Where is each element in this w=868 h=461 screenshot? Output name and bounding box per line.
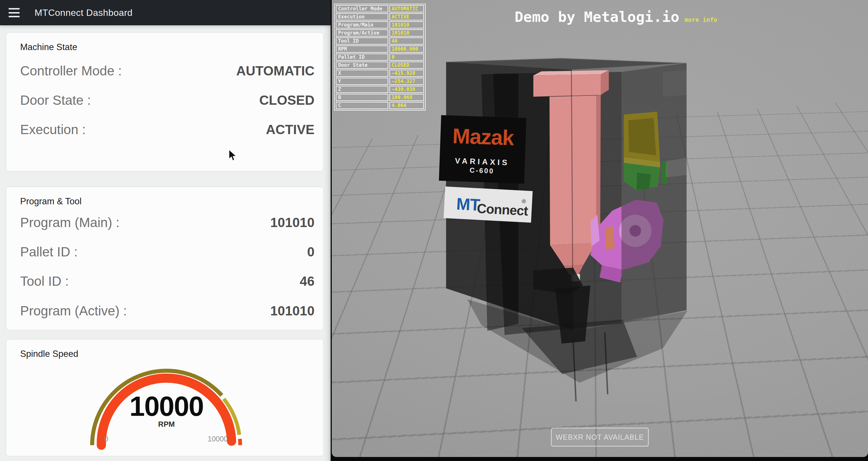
table-row: X−415.928 xyxy=(336,70,424,77)
demo-title: Demo by Metalogi.io xyxy=(515,9,679,25)
status-key: Pallet ID xyxy=(336,54,388,61)
table-row: Door StateCLOSED xyxy=(336,62,424,69)
door-state-row: Door State : CLOSED xyxy=(20,92,314,108)
spindle-speed-card: Spindle Speed 10000 RPM 0 10000 xyxy=(6,339,324,456)
mtconnect-reg-mark: ® xyxy=(522,198,526,205)
row-label: Program (Main) : xyxy=(20,215,120,230)
gauge-min-label: 0 xyxy=(104,435,108,443)
row-value: AUTOMATIC xyxy=(236,63,314,78)
status-value: 4.864 xyxy=(390,102,424,109)
row-label: Program (Active) : xyxy=(20,303,127,319)
status-key: B xyxy=(336,94,388,101)
gauge-max-label: 10000 xyxy=(208,435,228,443)
execution-row: Execution : ACTIVE xyxy=(20,122,314,137)
table-row: Pallet ID0 xyxy=(336,54,424,61)
table-row: C4.864 xyxy=(336,102,424,109)
status-value: AUTOMATIC xyxy=(390,5,424,12)
status-value: 0 xyxy=(390,54,424,61)
program-active-row: Program (Active) : 101010 xyxy=(20,303,314,319)
gauge-unit: RPM xyxy=(79,420,254,429)
card-title: Program & Tool xyxy=(20,196,82,207)
status-key: RPM xyxy=(336,45,388,53)
machine-3d-viewport[interactable]: Mazak VARIAXIS C-600 MT Connect ® Contro… xyxy=(332,0,868,457)
mazak-brand-text: Mazak xyxy=(452,124,515,150)
status-key: Program/Active xyxy=(336,29,388,37)
table-row: Controller ModeAUTOMATIC xyxy=(336,5,424,12)
mazak-logo-plate: Mazak VARIAXIS C-600 xyxy=(439,115,526,184)
row-value: CLOSED xyxy=(259,92,314,108)
table-row: Program/Main101010 xyxy=(336,21,424,29)
row-value: 46 xyxy=(300,273,314,289)
table-row: RPM10000.000 xyxy=(336,45,424,53)
row-value: 101010 xyxy=(271,215,315,230)
status-key: Y xyxy=(336,78,388,85)
table-row: Y−254.327 xyxy=(336,78,424,85)
status-key: C xyxy=(336,102,388,109)
row-value: 0 xyxy=(307,244,314,260)
status-key: Z xyxy=(336,86,388,93)
app-title: MTConnect Dashboard xyxy=(35,7,132,18)
status-key: Execution xyxy=(336,13,388,21)
dashboard-pane: MTConnect Dashboard Machine State Contro… xyxy=(0,0,331,461)
status-value: 101010 xyxy=(390,29,424,37)
gauge-value: 10000 xyxy=(79,391,254,422)
status-key: X xyxy=(336,70,388,77)
webxr-button[interactable]: WEBXR NOT AVAILABLE xyxy=(551,428,649,447)
more-info-link[interactable]: more info xyxy=(685,17,717,23)
status-value: 101010 xyxy=(390,21,424,29)
demo-title-block: Demo by Metalogi.io more info xyxy=(515,9,717,25)
next-card-sliver xyxy=(6,460,324,461)
machine-state-card: Machine State Controller Mode : AUTOMATI… xyxy=(6,32,324,171)
status-value: 46 xyxy=(390,37,424,44)
status-value: 10000.000 xyxy=(390,45,424,53)
mazak-model-number: C-600 xyxy=(469,166,494,175)
card-title: Spindle Speed xyxy=(20,349,78,359)
machine-status-table: Controller ModeAUTOMATIC ExecutionACTIVE… xyxy=(334,4,426,110)
table-row: B100.968 xyxy=(336,94,424,101)
spindle-gauge: 10000 RPM 0 10000 xyxy=(79,362,254,457)
status-key: Program/Main xyxy=(336,21,388,29)
app-header: MTConnect Dashboard xyxy=(0,0,331,25)
table-row: Program/Active101010 xyxy=(336,29,424,37)
status-value: −439.038 xyxy=(390,86,424,93)
row-label: Controller Mode : xyxy=(20,63,122,78)
status-value: 100.968 xyxy=(390,94,424,101)
row-label: Execution : xyxy=(20,122,86,137)
controller-mode-row: Controller Mode : AUTOMATIC xyxy=(20,63,314,78)
program-tool-card: Program & Tool Program (Main) : 101010 P… xyxy=(6,187,324,330)
status-key: Door State xyxy=(336,62,388,69)
mtconnect-connect-text: Connect xyxy=(476,201,528,219)
program-main-row: Program (Main) : 101010 xyxy=(20,215,314,230)
status-key: Controller Mode xyxy=(336,5,388,12)
status-value: CLOSED xyxy=(390,62,424,69)
table-row: Tool ID46 xyxy=(336,37,424,44)
table-row: ExecutionACTIVE xyxy=(336,13,424,21)
status-value: −254.327 xyxy=(390,78,424,85)
menu-icon[interactable] xyxy=(9,8,20,17)
row-label: Pallet ID : xyxy=(20,244,78,260)
row-value: ACTIVE xyxy=(266,122,314,137)
mouse-cursor xyxy=(229,149,237,162)
tool-id-row: Tool ID : 46 xyxy=(20,273,314,289)
status-key: Tool ID xyxy=(336,37,388,44)
scrollbar-gutter[interactable] xyxy=(324,25,331,461)
row-label: Door State : xyxy=(20,92,91,108)
mtconnect-logo-plate: MT Connect ® xyxy=(443,187,532,223)
status-value: ACTIVE xyxy=(390,13,424,21)
row-label: Tool ID : xyxy=(20,273,69,289)
card-title: Machine State xyxy=(20,42,77,53)
pallet-id-row: Pallet ID : 0 xyxy=(20,244,314,260)
row-value: 101010 xyxy=(271,303,315,319)
table-row: Z−439.038 xyxy=(336,86,424,93)
status-value: −415.928 xyxy=(390,70,424,77)
